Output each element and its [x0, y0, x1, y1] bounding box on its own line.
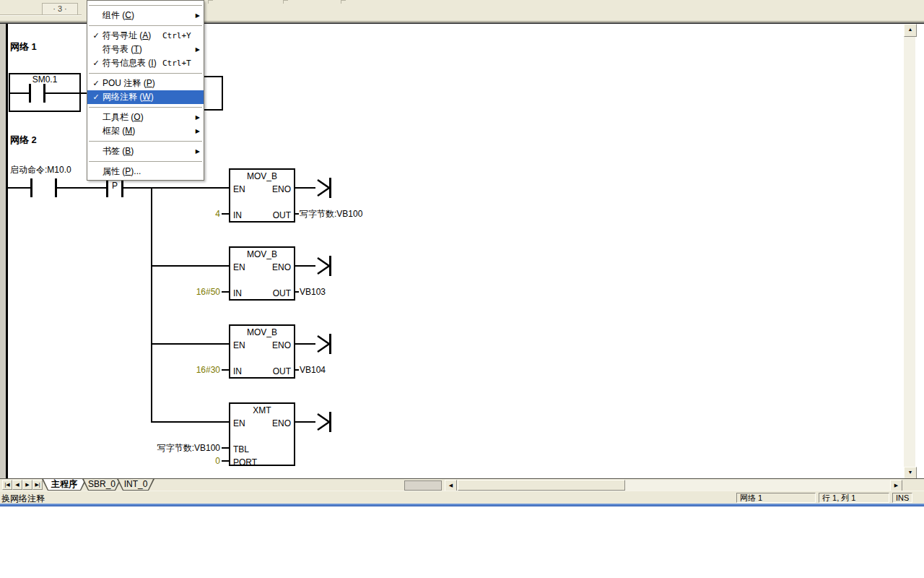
- pin-connector: [295, 369, 299, 371]
- menu-item-components[interactable]: 组件 (C)▶: [87, 9, 204, 22]
- status-cursor-position: 行 1, 列 1: [819, 493, 889, 503]
- tab-scroll-next[interactable]: ▶: [22, 480, 32, 490]
- pin-connector: [222, 447, 229, 449]
- wire-segment: [151, 421, 229, 423]
- operand-tbl: 写字节数:VB100: [105, 443, 220, 453]
- menu-separator: [89, 161, 202, 162]
- menu-item-bookmarks[interactable]: 书签 (B)▶: [87, 144, 204, 158]
- view-context-menu: 组件 (C)▶✓符号寻址 (A)Ctrl+Y符号表 (T)▶✓符号信息表 (I)…: [87, 0, 204, 181]
- open-wire-arrow-icon: [315, 176, 334, 199]
- horizontal-scrollbar-thumb[interactable]: [458, 480, 625, 491]
- menu-item-symbol-information-table[interactable]: ✓符号信息表 (I)Ctrl+T: [87, 56, 204, 70]
- pin-label-in: IN: [233, 288, 242, 298]
- tab-scroll-first[interactable]: |◀: [2, 480, 12, 490]
- pin-label-eno: ENO: [272, 340, 291, 350]
- wire-segment: [295, 343, 315, 345]
- vertical-scrollbar-track[interactable]: [904, 35, 915, 467]
- wire-segment: [295, 265, 315, 267]
- menu-item-label: 组件 (C): [103, 9, 134, 22]
- menu-item-shortcut: Ctrl+Y: [162, 29, 191, 43]
- pin-label-eno: ENO: [272, 262, 291, 272]
- menu-separator: [89, 107, 202, 108]
- submenu-arrow-icon: ▶: [196, 111, 200, 124]
- operand-port: 0: [105, 456, 220, 466]
- pin-label-out: OUT: [273, 288, 291, 298]
- menu-item-symbolic-addressing[interactable]: ✓符号寻址 (A)Ctrl+Y: [87, 29, 204, 43]
- power-rail: [6, 24, 8, 478]
- pou-tabs: 主程序SBR_0INT_0: [42, 479, 154, 491]
- scroll-up-button[interactable]: ▲: [904, 24, 917, 37]
- pin-label-in: IN: [233, 366, 242, 376]
- submenu-arrow-icon: ▶: [196, 43, 200, 56]
- checkmark-icon: ✓: [91, 29, 101, 43]
- toolbar-page-indicator[interactable]: · 3 ·: [42, 3, 78, 15]
- tab-scroll-splitter[interactable]: [404, 480, 442, 491]
- menu-item-label: POU 注释 (P): [103, 77, 155, 90]
- instruction-box-mov-b-1[interactable]: MOV_BENINENOOUT: [229, 168, 295, 223]
- instruction-box-mov-b-3[interactable]: MOV_BENINENOOUT: [229, 324, 295, 379]
- operand-in: 16#50: [105, 287, 220, 297]
- menu-item-properties[interactable]: 属性 (P)...: [87, 165, 204, 178]
- instruction-box-title: MOV_B: [230, 249, 294, 260]
- pin-label-en: EN: [233, 418, 245, 428]
- menu-item-shortcut: Ctrl+T: [162, 56, 191, 70]
- menu-item-label: 符号表 (T): [103, 43, 142, 56]
- pin-label-out: OUT: [273, 366, 291, 376]
- tab-label: SBR_0: [82, 479, 121, 491]
- tab-int-0[interactable]: INT_0: [117, 479, 154, 491]
- operand-out: 写字节数:VB100: [300, 209, 362, 219]
- status-insert-mode: INS: [892, 493, 912, 503]
- right-arrow-icon: ▶: [894, 483, 898, 488]
- pin-label-en: EN: [233, 262, 245, 272]
- pin-label-tbl: TBL: [233, 444, 249, 454]
- submenu-arrow-icon: ▶: [196, 124, 200, 138]
- pin-label-en: EN: [233, 340, 245, 350]
- tab-main-program[interactable]: 主程序: [42, 479, 87, 491]
- contact-tick: [106, 178, 108, 197]
- wire-segment: [123, 187, 229, 189]
- edge-contact-p-label: P: [107, 181, 123, 191]
- wire-segment: [57, 187, 106, 189]
- checkmark-icon: ✓: [91, 90, 101, 104]
- submenu-arrow-icon: ▶: [196, 144, 200, 158]
- instruction-box-mov-b-2[interactable]: MOV_BENINENOOUT: [229, 246, 295, 301]
- pin-connector: [222, 291, 229, 293]
- menu-item-network-comments[interactable]: ✓网络注释 (W): [87, 90, 204, 104]
- instruction-box-title: MOV_B: [230, 171, 294, 182]
- operand-out: VB104: [300, 365, 326, 375]
- tab-sbr-0[interactable]: SBR_0: [82, 479, 121, 491]
- menu-item-symbol-table[interactable]: 符号表 (T)▶: [87, 43, 204, 56]
- pin-connector: [222, 369, 229, 371]
- wire-segment: [151, 343, 229, 345]
- menu-item-label: 符号信息表 (I): [103, 56, 157, 70]
- menu-separator: [89, 5, 202, 6]
- wire-segment: [9, 92, 29, 94]
- application-window: · 3 · 网络 1 SM0.1 网络 2 启动命令:M10.0 P MOV_B…: [0, 0, 924, 578]
- submenu-arrow-icon: ▶: [196, 9, 200, 22]
- pin-label-en: EN: [233, 184, 245, 194]
- menu-item-frame[interactable]: 框架 (M)▶: [87, 124, 204, 138]
- status-network-indicator: 网络 1: [736, 493, 816, 503]
- toolbar-tick: [341, 0, 346, 4]
- left-arrow-icon: ◀: [449, 483, 453, 488]
- menu-item-pou-comments[interactable]: ✓POU 注释 (P): [87, 77, 204, 90]
- menu-item-label: 书签 (B): [103, 144, 134, 158]
- tab-label: INT_0: [117, 479, 154, 491]
- pin-connector: [222, 213, 229, 215]
- open-wire-arrow-icon: [315, 332, 334, 355]
- menu-item-label: 工具栏 (O): [103, 111, 144, 124]
- instruction-box-xmt-4[interactable]: XMTENTBLPORTENO: [229, 402, 295, 466]
- instruction-box-title: MOV_B: [230, 327, 294, 338]
- open-wire-arrow-icon: [315, 410, 334, 434]
- menu-item-label: 框架 (M): [103, 124, 135, 138]
- pin-label-in: IN: [233, 210, 242, 220]
- tab-scroll-prev[interactable]: ◀: [12, 480, 22, 490]
- checkmark-icon: ✓: [91, 56, 101, 70]
- menu-item-toolbars[interactable]: 工具栏 (O)▶: [87, 111, 204, 124]
- toolbar-tick: [208, 0, 213, 4]
- network-1-title: 网络 1: [10, 40, 37, 53]
- pin-label-eno: ENO: [272, 184, 291, 194]
- menu-item-label: 网络注释 (W): [103, 90, 154, 104]
- status-bar: 换网络注释 网络 1 行 1, 列 1 INS: [0, 491, 924, 504]
- tab-scroll-last[interactable]: ▶|: [32, 480, 43, 490]
